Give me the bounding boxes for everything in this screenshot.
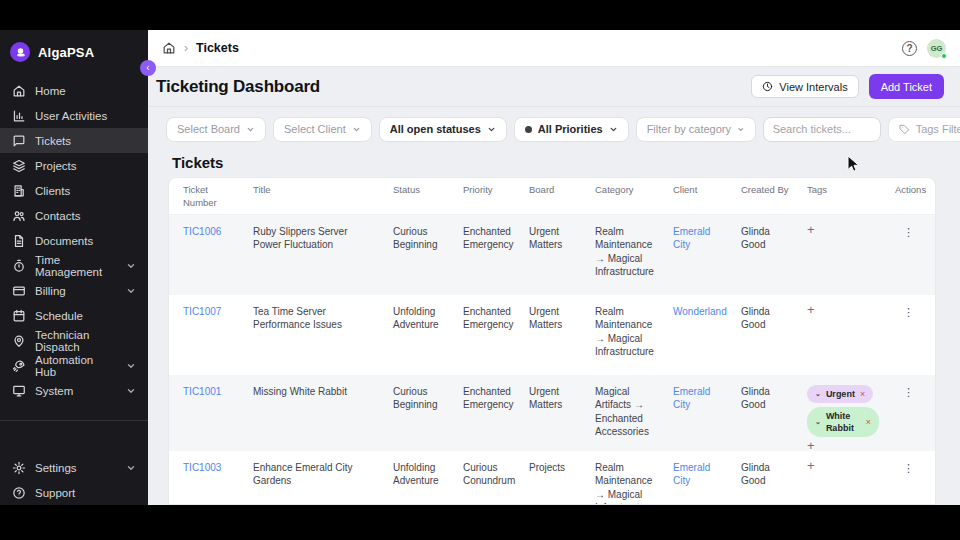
sidebar-item-label: Clients (35, 185, 70, 197)
add-tag-button[interactable]: + (807, 461, 815, 471)
sidebar-item-tickets[interactable]: Tickets (0, 128, 148, 153)
breadcrumb-separator: › (184, 41, 188, 55)
sidebar-item-clients[interactable]: Clients (0, 178, 148, 203)
sidebar-item-documents[interactable]: Documents (0, 228, 148, 253)
ticket-created-by: Glinda Good (733, 215, 799, 295)
tag-pill: ⌄ White Rabbit × (807, 407, 879, 437)
ticket-priority: Curious Conundrum (455, 451, 521, 505)
sidebar-item-settings[interactable]: Settings (0, 455, 148, 480)
home-icon[interactable] (162, 41, 176, 55)
add-tag-button[interactable]: + (807, 225, 815, 235)
ticket-priority: Enchanted Emergency (455, 295, 521, 375)
client-link[interactable]: Emerald City (665, 215, 733, 295)
sidebar-item-billing[interactable]: Billing (0, 278, 148, 303)
ticket-tags: + (799, 295, 887, 375)
layers-icon (12, 159, 26, 173)
ticket-tags: + (799, 215, 887, 295)
category-filter[interactable]: Filter by category (636, 117, 756, 142)
sidebar-item-automation-hub[interactable]: Automation Hub (0, 353, 148, 378)
sidebar-item-label: User Activities (35, 110, 107, 122)
ticket-category: Realm Maintenance → Magical Infrastructu… (587, 215, 665, 295)
ticket-number-link[interactable]: TIC1006 (175, 215, 245, 295)
sidebar-item-system[interactable]: System (0, 378, 148, 403)
sidebar-nav: Home User Activities Tickets Projects Cl… (0, 78, 148, 403)
breadcrumb-bar: › Tickets ? GG (148, 30, 960, 67)
tag-chevron-icon[interactable]: ⌄ (815, 417, 821, 426)
building-icon (12, 184, 26, 198)
ticket-number-link[interactable]: TIC1007 (175, 295, 245, 375)
sidebar: AlgaPSA Home User Activities Tickets Pro… (0, 30, 148, 505)
row-actions-menu[interactable]: ⋮ (887, 295, 931, 375)
ticket-status: Curious Beginning (385, 215, 455, 295)
tags-filter-button[interactable]: Tags Filter (888, 117, 960, 142)
client-filter-label: Select Client (284, 123, 346, 135)
tag-label: White Rabbit (826, 410, 861, 434)
priority-dot-icon (525, 126, 532, 133)
sidebar-footer: Settings Support (0, 420, 148, 505)
sidebar-item-label: Contacts (35, 210, 80, 222)
sidebar-item-contacts[interactable]: Contacts (0, 203, 148, 228)
ticket-tags: ⌄ Urgent × ⌄ White Rabbit × + (799, 375, 887, 451)
table-row: TIC1001 Missing White Rabbit Curious Beg… (169, 375, 935, 451)
client-link[interactable]: Emerald City (665, 375, 733, 451)
sidebar-item-label: Support (35, 487, 75, 499)
calendar-icon (12, 309, 26, 323)
add-tag-button[interactable]: + (807, 441, 815, 451)
chevron-down-icon (352, 125, 361, 134)
row-actions-menu[interactable]: ⋮ (887, 215, 931, 295)
table-row: TIC1003 Enhance Emerald City Gardens Unf… (169, 451, 935, 505)
tag-chevron-icon[interactable]: ⌄ (815, 389, 821, 398)
sidebar-item-label: Automation Hub (35, 354, 117, 378)
sidebar-item-schedule[interactable]: Schedule (0, 303, 148, 328)
row-actions-menu[interactable]: ⋮ (887, 451, 931, 505)
add-ticket-button[interactable]: Add Ticket (869, 74, 944, 99)
rocket-icon (12, 359, 26, 373)
col-actions: Actions (887, 178, 931, 214)
add-tag-button[interactable]: + (807, 305, 815, 315)
row-actions-menu[interactable]: ⋮ (887, 375, 931, 451)
sidebar-item-technician-dispatch[interactable]: Technician Dispatch (0, 328, 148, 353)
col-title: Title (245, 178, 385, 214)
col-board: Board (521, 178, 587, 214)
chevron-down-icon (609, 125, 618, 134)
col-ticket-number: Ticket Number (175, 178, 245, 214)
sidebar-item-time-management[interactable]: Time Management (0, 253, 148, 278)
sidebar-item-user-activities[interactable]: User Activities (0, 103, 148, 128)
sidebar-collapse-button[interactable]: ‹ (140, 60, 156, 76)
status-filter[interactable]: All open statuses (379, 117, 507, 142)
online-status-dot (941, 53, 947, 59)
avatar[interactable]: GG (927, 39, 946, 58)
view-intervals-button[interactable]: View Intervals (751, 75, 858, 98)
sidebar-item-projects[interactable]: Projects (0, 153, 148, 178)
board-filter-label: Select Board (177, 123, 240, 135)
breadcrumb-current[interactable]: Tickets (196, 41, 239, 55)
tag-icon (899, 124, 910, 135)
tickets-section-title: Tickets (172, 154, 223, 171)
client-link[interactable]: Wonderland (665, 295, 733, 375)
client-link[interactable]: Emerald City (665, 451, 733, 505)
chevron-down-icon (246, 125, 255, 134)
sidebar-item-label: Projects (35, 160, 77, 172)
ticket-title: Missing White Rabbit (245, 375, 385, 451)
ticket-created-by: Glinda Good (733, 295, 799, 375)
sidebar-item-home[interactable]: Home (0, 78, 148, 103)
remove-tag-icon[interactable]: × (860, 388, 865, 400)
priority-filter[interactable]: All Priorities (514, 117, 629, 142)
help-icon[interactable]: ? (902, 41, 917, 56)
client-filter[interactable]: Select Client (273, 117, 372, 142)
search-input[interactable] (763, 117, 881, 142)
tag-pill: ⌄ Urgent × (807, 385, 873, 403)
ticket-title: Tea Time Server Performance Issues (245, 295, 385, 375)
screen: AlgaPSA Home User Activities Tickets Pro… (0, 0, 960, 540)
chevron-down-icon (126, 361, 136, 371)
remove-tag-icon[interactable]: × (866, 416, 871, 428)
sidebar-item-label: Billing (35, 285, 66, 297)
ticket-number-link[interactable]: TIC1003 (175, 451, 245, 505)
chevron-down-icon (126, 386, 136, 396)
sidebar-item-support[interactable]: Support (0, 480, 148, 505)
ticket-number-link[interactable]: TIC1001 (175, 375, 245, 451)
sidebar-item-label: Time Management (35, 254, 117, 278)
sidebar-item-label: System (35, 385, 73, 397)
col-client: Client (665, 178, 733, 214)
board-filter[interactable]: Select Board (166, 117, 266, 142)
